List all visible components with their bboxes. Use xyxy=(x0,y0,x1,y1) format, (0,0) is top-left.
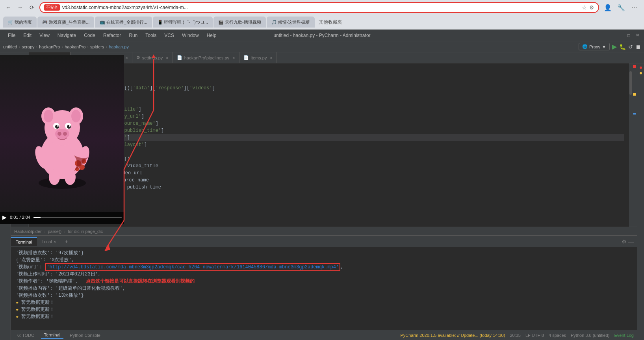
items-tab-close[interactable]: × xyxy=(270,55,272,60)
star-icon: ★ xyxy=(16,300,19,305)
menu-view[interactable]: View xyxy=(35,31,54,40)
svg-point-14 xyxy=(58,132,61,136)
back-button[interactable]: ← xyxy=(4,3,13,12)
menu-tools[interactable]: Tools xyxy=(141,31,160,40)
items-tab-icon: 📄 xyxy=(243,55,249,60)
close-button[interactable]: ✕ xyxy=(635,33,640,38)
encoding-status[interactable]: LF UTF-8 xyxy=(525,333,544,338)
proxy-button[interactable]: 🌐 Proxy ▼ xyxy=(579,43,610,50)
tabs-more[interactable]: 其他收藏夹 xyxy=(316,17,345,27)
terminal-tab[interactable]: Terminal xyxy=(11,237,37,246)
extension-icon[interactable]: 🔧 xyxy=(616,2,627,13)
add-terminal-button[interactable]: + xyxy=(61,237,72,246)
breadcrumb-scrapy[interactable]: scrapy xyxy=(22,44,34,49)
address-text: vd3.bdstatic.com/mda-mbnd2axxmpzya4rh/v1… xyxy=(62,5,579,10)
status-haokanspider: HaokanSpider xyxy=(14,229,42,234)
position-status[interactable]: 20:35 xyxy=(510,333,521,338)
menu-code[interactable]: Code xyxy=(80,31,99,40)
term-line-5-text: '视频作者': '咪嗷喵呜喵', xyxy=(16,278,78,285)
code-scrollbar[interactable] xyxy=(629,63,632,227)
terminal-panel: Terminal Local × + ⚙ — '视频播放次数': '97次播放'… xyxy=(11,235,637,330)
file-tab-items[interactable]: 📄 items.py × xyxy=(239,52,277,63)
breadcrumb-haokanpro2[interactable]: haokanPro xyxy=(65,44,85,49)
progress-bar[interactable] xyxy=(33,217,122,218)
event-log-status[interactable]: Event Log xyxy=(614,333,634,338)
breadcrumb-haokan[interactable]: haokan.py xyxy=(109,44,129,49)
local-tab[interactable]: Local × xyxy=(37,238,61,246)
file-tab-haokanpro-pipelines[interactable]: 📄 haokanPro\pipelines.py × xyxy=(173,52,239,63)
status-for-loop: for dic in page_dic xyxy=(68,229,103,234)
more-icon[interactable]: ⋯ xyxy=(629,2,640,13)
error-indicator xyxy=(633,65,636,68)
settings-tab-close[interactable]: × xyxy=(166,55,168,60)
status-parse: parse() xyxy=(48,229,61,234)
address-bar[interactable]: 不安全 vd3.bdstatic.com/mda-mbnd2axxmpzya4r… xyxy=(39,2,599,13)
python-version-status[interactable]: Python 3.8 (untitled) xyxy=(571,333,609,338)
menu-help[interactable]: Help xyxy=(203,31,221,40)
breadcrumb-spiders[interactable]: spiders xyxy=(90,44,104,49)
svg-point-9 xyxy=(55,125,59,129)
profile-icon[interactable]: 👤 xyxy=(602,2,613,13)
python-console-label: Python Console xyxy=(70,333,100,338)
indent-status[interactable]: 4 spaces xyxy=(549,333,566,338)
update-label: PyCharm 2020.1.5 available: // Update...… xyxy=(400,333,505,338)
menu-file[interactable]: File xyxy=(4,31,19,40)
menu-run[interactable]: Run xyxy=(125,31,141,40)
ide-menubar: File Edit View Navigate Code Refactor xyxy=(0,30,644,41)
play-button[interactable]: ▶ xyxy=(2,214,7,220)
refresh-button[interactable]: ⟳ xyxy=(28,3,36,12)
menu-refactor[interactable]: Refactor xyxy=(99,31,125,40)
video-url-link[interactable]: 'http://vd4.bdstatic.com/mda-mbne3m3gp2a… xyxy=(46,264,339,270)
update-status[interactable]: PyCharm 2020.1.5 available: // Update...… xyxy=(400,333,505,338)
menu-run-label: Run xyxy=(129,33,137,38)
huya-tab-close[interactable]: × xyxy=(125,55,128,60)
terminal-bottom-tab[interactable]: Terminal xyxy=(41,332,64,339)
todo-tab[interactable]: 6: TODO xyxy=(14,332,38,338)
cartoon-pig-svg xyxy=(27,85,98,195)
error-badge xyxy=(640,67,642,69)
menu-edit[interactable]: Edit xyxy=(19,31,35,40)
term-line-7: '视频播放次数': '13次播放'} xyxy=(16,292,632,299)
tab-video[interactable]: 🎵 倾情-这世界极糟 xyxy=(267,17,315,28)
haokanpro-pipelines-label: haokanPro\pipelines.py xyxy=(184,55,229,60)
menu-window[interactable]: Window xyxy=(178,31,203,40)
tab-bilibili[interactable]: 📱 哔哩哔哩 (゜-゜)つロ... xyxy=(153,17,213,28)
stop-button[interactable]: ⏹ xyxy=(635,44,641,50)
tab-douyu-label: 🎮 游戏直播_斗鱼直播... xyxy=(42,19,89,25)
terminal-actions: ⚙ — xyxy=(622,238,637,245)
code-scrollbar-thumb[interactable] xyxy=(629,71,632,95)
menu-vcs[interactable]: VCS xyxy=(160,31,178,40)
settings-icon[interactable]: ⚙ xyxy=(589,4,594,11)
python-console-tab[interactable]: Python Console xyxy=(67,332,104,338)
svg-point-6 xyxy=(71,110,81,122)
breadcrumb-haokanpro[interactable]: haokanPro xyxy=(39,44,60,49)
tab-douyu[interactable]: 🎮 游戏直播_斗鱼直播... xyxy=(37,17,94,28)
tabs-more-label: 其他收藏夹 xyxy=(319,19,342,25)
video-bg xyxy=(0,55,124,224)
terminal-minimize-icon[interactable]: — xyxy=(628,238,634,245)
haokanpro-pipelines-close[interactable]: × xyxy=(232,55,235,60)
run-button[interactable]: ▶ xyxy=(612,43,617,50)
terminal-settings-icon[interactable]: ⚙ xyxy=(622,238,627,245)
reload-button[interactable]: ↺ xyxy=(628,44,633,50)
tab-online[interactable]: 📺 在线直播_全部排行... xyxy=(95,17,152,28)
ide-titlebar: File Edit View Navigate Code Refactor xyxy=(0,31,644,40)
debug-button[interactable]: 🐛 xyxy=(619,44,626,50)
bookmark-icon[interactable]: ☆ xyxy=(582,4,587,11)
file-tab-settings[interactable]: ⚙ settings.py × xyxy=(132,52,173,63)
tab-taobao-label: 🛒 我的淘宝 xyxy=(8,19,32,25)
forward-button[interactable]: → xyxy=(16,3,24,12)
breadcrumb-untitled[interactable]: untitled xyxy=(3,44,17,49)
svg-point-13 xyxy=(55,129,69,139)
maximize-button[interactable]: □ xyxy=(626,33,631,38)
tab-tencent-label: 🎬 天行九歌-腾讯视频 xyxy=(218,19,261,25)
local-tab-close[interactable]: × xyxy=(54,239,56,244)
minimize-button[interactable]: — xyxy=(617,33,623,38)
video-controls: ▶ 0:01 / 2:04 xyxy=(2,214,122,220)
browser-nav: ← → ⟳ 不安全 vd3.bdstatic.com/mda-mbnd2axxm… xyxy=(0,0,644,15)
menu-navigate[interactable]: Navigate xyxy=(54,31,80,40)
tab-tencent[interactable]: 🎬 天行九歌-腾讯视频 xyxy=(213,17,266,28)
status-bar: PyCharm 2020.1.5 available: // Update...… xyxy=(400,333,634,338)
tab-taobao[interactable]: 🛒 我的淘宝 xyxy=(3,17,37,28)
menu-edit-label: Edit xyxy=(23,33,32,38)
